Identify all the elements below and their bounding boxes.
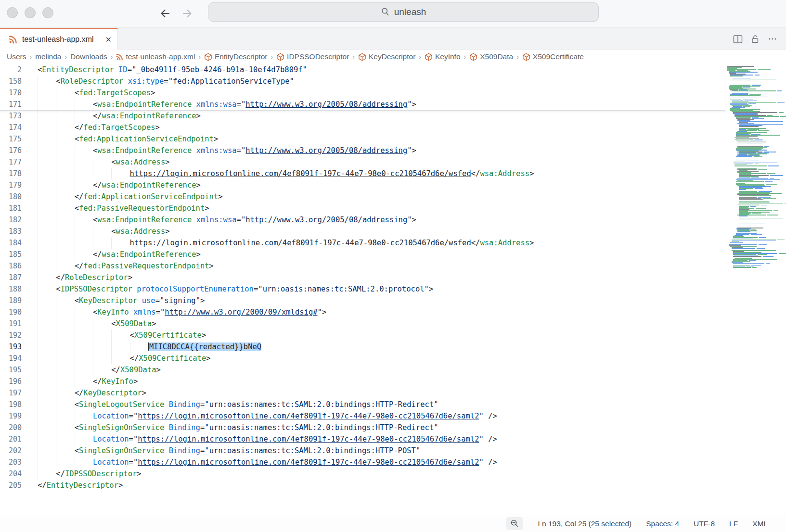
line-number[interactable]: 203	[0, 456, 22, 468]
line-number[interactable]: 200	[0, 422, 22, 433]
code-line[interactable]: 204 </IDPSSODescriptor>	[0, 468, 725, 480]
line-number[interactable]: 158	[0, 76, 22, 87]
breadcrumb-item-symbol[interactable]: X509Data	[469, 52, 513, 61]
code-line[interactable]: 195 </X509Data>	[0, 364, 725, 376]
line-number[interactable]: 184	[0, 237, 22, 249]
breadcrumb-item-file[interactable]: test-unleash-app.xml	[116, 52, 195, 61]
code-line[interactable]: 205 </EntityDescriptor>	[0, 480, 725, 491]
code-line[interactable]: 194 </X509Certificate>	[0, 353, 725, 364]
code-line[interactable]: 182 <wsa:EndpointReference xmlns:wsa="ht…	[0, 214, 725, 226]
code-line[interactable]: 200 <SingleSignOnService Binding="urn:oa…	[0, 422, 725, 433]
breadcrumb-item-symbol[interactable]: KeyDescriptor	[358, 52, 415, 61]
line-number[interactable]: 2	[0, 64, 22, 76]
code-editor[interactable]: 2 <EntityDescriptor ID="_0be4911f-95eb-4…	[0, 64, 786, 515]
code-line[interactable]: 170 <fed:TargetScopes>	[0, 87, 725, 99]
code-line[interactable]: 186 </fed:PassiveRequestorEndpoint>	[0, 260, 725, 272]
line-number[interactable]: 197	[0, 387, 22, 399]
breadcrumb-item[interactable]: melinda	[35, 52, 61, 61]
tab-close-icon[interactable]: ✕	[105, 35, 112, 44]
breadcrumb-item-symbol[interactable]: EntityDescriptor	[204, 52, 267, 61]
code-line[interactable]: 173 </wsa:EndpointReference>	[0, 110, 725, 122]
line-number[interactable]: 190	[0, 306, 22, 318]
back-button[interactable]	[156, 5, 173, 22]
code-line[interactable]: 158 <RoleDescriptor xsi:type="fed:Applic…	[0, 76, 725, 87]
code-line[interactable]: 202 <SingleSignOnService Binding="urn:oa…	[0, 445, 725, 456]
line-number[interactable]: 176	[0, 145, 22, 156]
line-number[interactable]: 186	[0, 260, 22, 272]
language-mode[interactable]: XML	[752, 519, 768, 528]
line-number[interactable]: 198	[0, 399, 22, 410]
line-number[interactable]: 181	[0, 203, 22, 214]
code-line[interactable]: 196 </KeyInfo>	[0, 376, 725, 387]
minimize-window-button[interactable]	[25, 7, 36, 18]
sticky-scroll[interactable]: 2 <EntityDescriptor ID="_0be4911f-95eb-4…	[0, 64, 725, 111]
indentation-status[interactable]: Spaces: 4	[646, 519, 679, 528]
code-line[interactable]: 185 </wsa:EndpointReference>	[0, 249, 725, 260]
code-line[interactable]: 175 <fed:ApplicationServiceEndpoint>	[0, 133, 725, 145]
line-number[interactable]: 180	[0, 191, 22, 203]
line-number[interactable]: 175	[0, 133, 22, 145]
breadcrumb-item-symbol[interactable]: IDPSSODescriptor	[276, 52, 349, 61]
code-line[interactable]: 199 Location="https://login.microsoftonl…	[0, 410, 725, 422]
code-line[interactable]: 192 <X509Certificate>	[0, 329, 725, 341]
code-line[interactable]: 180 </fed:ApplicationServiceEndpoint>	[0, 191, 725, 203]
code-line[interactable]: 189 <KeyDescriptor use="signing">	[0, 295, 725, 306]
line-number[interactable]: 195	[0, 364, 22, 376]
code-line[interactable]: 183 <wsa:Address>	[0, 226, 725, 237]
line-number[interactable]: 187	[0, 272, 22, 283]
line-number[interactable]: 194	[0, 353, 22, 364]
line-number[interactable]: 188	[0, 283, 22, 295]
encoding-status[interactable]: UTF-8	[694, 519, 715, 528]
code-line[interactable]: 176 <wsa:EndpointReference xmlns:wsa="ht…	[0, 145, 725, 156]
line-number[interactable]: 189	[0, 295, 22, 306]
code-line[interactable]: 193 MIIC8DCCA{{redacted}}bNeQ	[0, 341, 725, 353]
forward-button[interactable]	[179, 5, 196, 22]
line-number[interactable]: 183	[0, 226, 22, 237]
line-number[interactable]: 174	[0, 122, 22, 133]
code-line[interactable]: 187 </RoleDescriptor>	[0, 272, 725, 283]
code-line[interactable]: 179 </wsa:EndpointReference>	[0, 179, 725, 191]
breadcrumb-item-symbol[interactable]: X509Certificate	[522, 52, 584, 61]
line-number[interactable]: 191	[0, 318, 22, 329]
code-line[interactable]: 191 <X509Data>	[0, 318, 725, 329]
code-line[interactable]: 181 <fed:PassiveRequestorEndpoint>	[0, 203, 725, 214]
code-line[interactable]: 184 https://login.microsoftonline.com/4e…	[0, 237, 725, 249]
code-line[interactable]: 198 <SingleLogoutService Binding="urn:oa…	[0, 399, 725, 410]
line-number[interactable]: 171	[0, 99, 22, 110]
line-number[interactable]: 173	[0, 110, 22, 122]
line-number[interactable]: 205	[0, 480, 22, 491]
line-number[interactable]: 178	[0, 168, 22, 179]
breadcrumb-item-symbol[interactable]: KeyInfo	[425, 52, 461, 61]
code-line[interactable]: 197 </KeyDescriptor>	[0, 387, 725, 399]
line-number[interactable]: 177	[0, 156, 22, 168]
line-number[interactable]: 204	[0, 468, 22, 480]
code-line[interactable]: 190 <KeyInfo xmlns="http://www.w3.org/20…	[0, 306, 725, 318]
line-number[interactable]: 193	[0, 341, 22, 353]
line-number[interactable]: 199	[0, 410, 22, 422]
zoom-indicator[interactable]	[506, 517, 523, 530]
eol-status[interactable]: LF	[729, 519, 738, 528]
close-window-button[interactable]	[7, 7, 18, 18]
code-line[interactable]: 174 </fed:TargetScopes>	[0, 122, 725, 133]
unlock-icon[interactable]	[751, 35, 760, 44]
zoom-window-button[interactable]	[42, 7, 53, 18]
code-line[interactable]: 2 <EntityDescriptor ID="_0be4911f-95eb-4…	[0, 64, 725, 76]
line-number[interactable]: 201	[0, 433, 22, 445]
line-number[interactable]: 185	[0, 249, 22, 260]
code-line[interactable]: 171 <wsa:EndpointReference xmlns:wsa="ht…	[0, 99, 725, 110]
tab-test-unleash-app[interactable]: test-unleash-app.xml ✕	[0, 28, 118, 50]
minimap[interactable]	[725, 64, 776, 333]
code-line[interactable]: 201 Location="https://login.microsoftonl…	[0, 433, 725, 445]
line-number[interactable]: 202	[0, 445, 22, 456]
line-number[interactable]: 182	[0, 214, 22, 226]
command-center-search[interactable]: unleash	[208, 2, 599, 22]
code-line[interactable]: 188 <IDPSSODescriptor protocolSupportEnu…	[0, 283, 725, 295]
breadcrumb-item[interactable]: Downloads	[70, 52, 107, 61]
code-line[interactable]: 203 Location="https://login.microsoftonl…	[0, 456, 725, 468]
line-number[interactable]: 196	[0, 376, 22, 387]
line-number[interactable]: 179	[0, 179, 22, 191]
breadcrumb-item[interactable]: Users	[7, 52, 26, 61]
cursor-position[interactable]: Ln 193, Col 25 (25 selected)	[538, 519, 631, 528]
line-number[interactable]: 170	[0, 87, 22, 99]
line-number[interactable]: 192	[0, 329, 22, 341]
